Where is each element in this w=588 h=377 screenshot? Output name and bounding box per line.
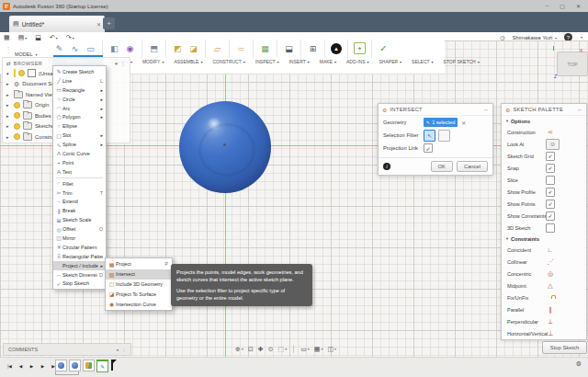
look-at-nav-button[interactable]: ⊡ bbox=[248, 346, 254, 353]
menu-item-arc[interactable]: ◠Arc▸ bbox=[53, 104, 106, 113]
as-built-joint-icon[interactable]: ◪ bbox=[187, 42, 199, 54]
submenu-item-intersect[interactable]: ▧Intersect bbox=[106, 269, 172, 280]
geometry-selection-chip[interactable]: ↖ 1 selected bbox=[424, 118, 458, 127]
preferences-gear-icon[interactable]: ⚙ bbox=[576, 360, 582, 368]
create-sketch-icon[interactable]: ✎ bbox=[53, 42, 65, 54]
menu-item-project-include[interactable]: Project / Include▸ bbox=[53, 261, 106, 270]
menu-insert[interactable]: INSERT▾ bbox=[286, 57, 311, 66]
timeline-feature-sphere-1[interactable] bbox=[55, 360, 67, 371]
menu-item-sketch-dimension[interactable]: ↔Sketch DimensionD bbox=[53, 270, 106, 280]
job-status-icon[interactable]: ◷ bbox=[500, 34, 504, 40]
expander-icon[interactable]: ▸ bbox=[6, 81, 11, 86]
construction-icon[interactable]: ⋖ bbox=[546, 129, 555, 136]
origin-point[interactable] bbox=[223, 143, 226, 146]
options-section-header[interactable]: ▼Options bbox=[502, 116, 586, 126]
menu-item-create-sketch[interactable]: ✎Create Sketch bbox=[53, 67, 106, 76]
comments-bar[interactable]: COMMENTS ● ⋮ bbox=[3, 343, 131, 356]
menu-construct[interactable]: CONSTRUCT▾ bbox=[209, 57, 247, 66]
document-tab[interactable]: ▤ Untitled* ✕ bbox=[9, 16, 105, 32]
visibility-bulb-icon[interactable] bbox=[14, 133, 20, 140]
step-back-button[interactable]: ◀ bbox=[17, 362, 25, 371]
menu-assemble[interactable]: ASSEMBLE▾ bbox=[171, 57, 205, 66]
sketch-grid-checkbox[interactable]: ✓ bbox=[546, 152, 555, 161]
menu-item-break[interactable]: ∦Break bbox=[53, 206, 106, 215]
expander-icon[interactable]: ▸ bbox=[6, 102, 11, 108]
user-menu[interactable]: Shimakawa Yozi ▾ bbox=[513, 35, 557, 40]
viewcube[interactable]: TOP bbox=[557, 51, 588, 76]
menu-item-mirror[interactable]: ◫Mirror bbox=[53, 234, 106, 243]
menu-item-polygon[interactable]: ⬠Polygon▸ bbox=[53, 112, 106, 121]
browser-kebab-icon[interactable]: ⋮ bbox=[120, 61, 126, 66]
submenu-item-project[interactable]: ▦ProjectP bbox=[106, 259, 172, 269]
insert-image-icon[interactable]: ▦ bbox=[259, 42, 271, 54]
toolbar-drag-handle[interactable]: ⋮ bbox=[5, 46, 12, 54]
filter-specified-button[interactable]: ↖ bbox=[424, 130, 435, 142]
menu-item-fillet[interactable]: ◜Fillet bbox=[53, 179, 106, 188]
create-form-icon[interactable]: ◉ bbox=[124, 42, 136, 54]
zoom-button[interactable]: ⊙ bbox=[268, 346, 274, 353]
select-tool-icon[interactable]: ⌖ bbox=[354, 42, 366, 54]
viewcube-face-label[interactable]: TOP bbox=[567, 62, 577, 67]
show-points-checkbox[interactable]: ✓ bbox=[546, 200, 555, 209]
menu-item-point[interactable]: +Point bbox=[53, 158, 106, 167]
comments-kebab-icon[interactable]: ⋮ bbox=[122, 348, 127, 352]
menu-item-ellipse[interactable]: ○Ellipse bbox=[53, 121, 106, 131]
filter-bodies-button[interactable] bbox=[438, 130, 450, 142]
palette-expand-icon[interactable]: ↔ bbox=[577, 107, 582, 112]
visibility-bulb-icon[interactable] bbox=[14, 102, 20, 109]
menu-item-circle[interactable]: ○Circle▸ bbox=[53, 95, 106, 104]
tab-close-icon[interactable]: ✕ bbox=[96, 21, 101, 28]
stop-sketch-icon[interactable]: ✓ bbox=[378, 42, 390, 54]
menu-item-stop-sketch[interactable]: ✓Stop Sketch bbox=[53, 279, 106, 288]
visibility-bulb-icon[interactable] bbox=[18, 70, 25, 76]
close-button[interactable]: ✕ bbox=[576, 3, 581, 9]
show-constraints-checkbox[interactable]: ✓ bbox=[546, 211, 555, 221]
step-forward-button[interactable]: ▶ bbox=[39, 362, 47, 371]
menu-make[interactable]: MAKE▾ bbox=[317, 57, 339, 66]
menu-shaper[interactable]: SHAPER▾ bbox=[377, 57, 405, 66]
info-icon[interactable]: i bbox=[383, 163, 390, 170]
menu-item-offset[interactable]: ◎OffsetO bbox=[53, 224, 106, 234]
palette-header[interactable]: ⚙ SKETCH PALETTE ↔ bbox=[502, 104, 586, 116]
grid-layout-button[interactable]: ▦▾ bbox=[314, 346, 323, 353]
menu-add-ins[interactable]: ADD-INS▾ bbox=[344, 57, 372, 66]
concentric-icon[interactable]: ◎ bbox=[546, 270, 555, 278]
visibility-bulb-icon[interactable] bbox=[14, 123, 20, 130]
spline-tool-icon[interactable]: ∿ bbox=[69, 42, 81, 54]
menu-item-extend[interactable]: →Extend bbox=[53, 197, 106, 206]
menu-item-text[interactable]: AText bbox=[53, 167, 106, 177]
show-profile-checkbox[interactable]: ✓ bbox=[546, 188, 555, 197]
menu-item-trim[interactable]: ✂TrimT bbox=[53, 188, 106, 198]
ok-button[interactable]: OK bbox=[431, 161, 453, 172]
fit-button[interactable]: ⬚▾ bbox=[278, 346, 288, 353]
visibility-bulb-icon[interactable] bbox=[14, 112, 20, 119]
browser-collapse-icon[interactable]: ⇄ bbox=[6, 61, 11, 66]
create-solid-icon[interactable]: ◧ bbox=[108, 42, 120, 54]
menu-inspect[interactable]: INSPECT▾ bbox=[253, 57, 282, 66]
dialog-header[interactable]: ⚙ INTERSECT ↔ bbox=[379, 104, 492, 116]
display-settings-button[interactable]: ▭▾ bbox=[300, 346, 310, 353]
play-button[interactable]: ▶ bbox=[28, 362, 36, 371]
menu-select[interactable]: SELECT▾ bbox=[409, 57, 435, 66]
menu-item-spline[interactable]: ∿Spline▸ bbox=[53, 140, 106, 149]
midpoint-icon[interactable]: △ bbox=[546, 282, 555, 290]
press-pull-icon[interactable]: ⬒ bbox=[148, 42, 160, 54]
look-at-button[interactable]: ⊙ bbox=[546, 139, 560, 150]
submenu-item-project-to-surface[interactable]: ◪Project To Surface bbox=[106, 289, 172, 299]
snap-checkbox[interactable]: ✓ bbox=[546, 164, 555, 173]
menu-item-conic-curve[interactable]: ΛConic Curve bbox=[53, 149, 106, 158]
rectangle-tool-icon[interactable]: ▭ bbox=[85, 42, 96, 54]
maximize-button[interactable]: ▢ bbox=[560, 3, 565, 9]
menu-stop-sketch[interactable]: STOP SKETCH▾ bbox=[441, 57, 482, 66]
menu-item-rectangular-pattern[interactable]: ⠿Rectangular Pattern bbox=[53, 252, 106, 261]
timeline-feature-sphere-2[interactable] bbox=[69, 360, 81, 371]
expander-icon[interactable]: ▸ bbox=[6, 113, 11, 119]
constraints-section-header[interactable]: ▼Constraints bbox=[502, 234, 586, 244]
viewports-button[interactable]: ◫▾ bbox=[327, 346, 336, 353]
menu-item-circular-pattern[interactable]: ✳Circular Pattern bbox=[53, 243, 106, 252]
menu-item-slot[interactable]: ▢Slot▸ bbox=[53, 131, 106, 140]
browser-dot-icon[interactable]: ● bbox=[115, 61, 119, 66]
expander-icon[interactable]: ▸ bbox=[6, 134, 11, 140]
dialog-expand-icon[interactable]: ↔ bbox=[483, 107, 489, 112]
shaper-utilities-icon[interactable]: ▲ bbox=[331, 43, 342, 54]
